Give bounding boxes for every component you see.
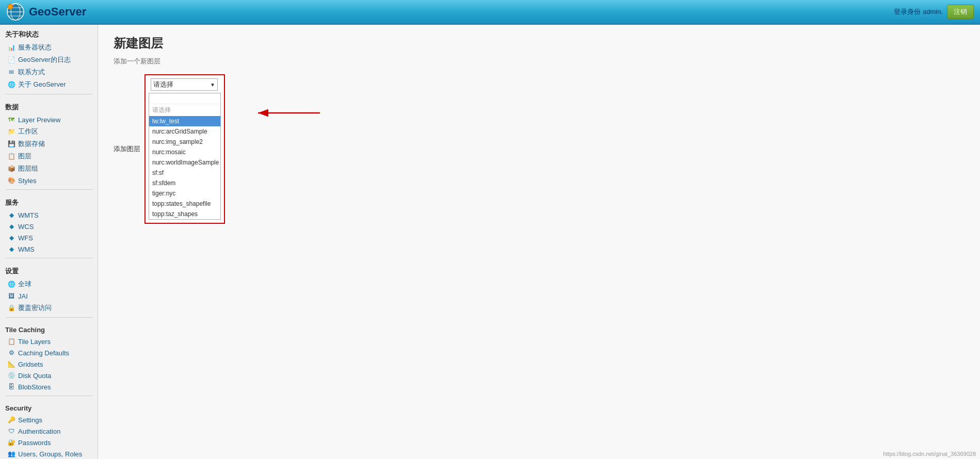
disk-icon: 💿 [7, 371, 15, 380]
divider-1 [5, 94, 92, 94]
sidebar-item-datastores[interactable]: 💾 数据存储 [0, 138, 98, 150]
global-icon: 🌐 [7, 280, 15, 288]
sidebar-item-layers[interactable]: 📋 图层 [0, 150, 98, 162]
arrow-svg [253, 103, 325, 123]
image-icon: 🖼 [7, 292, 15, 300]
sidebar-section-security: Security [0, 399, 98, 414]
dropdown-arrow-icon: ▼ [210, 82, 215, 88]
user-info-label: 登录身份 admin. [894, 7, 943, 17]
dropdown-item-5[interactable]: sf:sf [149, 168, 220, 178]
dropdown-item-2[interactable]: nurc:img_sample2 [149, 137, 220, 147]
geoserver-logo-icon [6, 3, 25, 21]
dropdown-item-0[interactable]: lw:lw_test [149, 116, 220, 126]
divider-4 [5, 317, 92, 318]
wmts-icon: ◆ [7, 211, 15, 219]
url-bar: https://blog.csdn.net/ginai_36369028 [879, 449, 980, 459]
sidebar-item-layer-preview[interactable]: 🗺 Layer Preview [0, 114, 98, 125]
sidebar-item-styles[interactable]: 🎨 Styles [0, 175, 98, 186]
page-subtitle: 添加一个新图层 [114, 57, 965, 66]
dropdown-item-6[interactable]: sf:sfdem [149, 178, 220, 188]
workspace-dropdown-trigger[interactable]: 请选择 ▼ [151, 78, 218, 91]
shield-icon: 🛡 [7, 427, 15, 435]
sidebar-item-about[interactable]: 🌐 关于 GeoServer [0, 78, 98, 91]
sidebar-section-services: 服务 [0, 193, 98, 209]
sidebar-section-tile-caching: Tile Caching [0, 321, 98, 336]
doc-icon: 📄 [7, 56, 15, 64]
dropdown-item-8[interactable]: topp:states_shapefile [149, 199, 220, 209]
sidebar-section-data: 数据 [0, 97, 98, 114]
users-icon: 👥 [7, 450, 15, 458]
dropdown-search-input[interactable] [149, 93, 220, 104]
arrow-annotation [253, 103, 325, 125]
layers-icon: 📋 [7, 152, 15, 160]
dropdown-placeholder-item[interactable]: 请选择 [149, 104, 220, 116]
globe-icon: 🌐 [7, 80, 15, 89]
sidebar-item-geoserver-log[interactable]: 📄 GeoServer的日志 [0, 54, 98, 66]
header: GeoServer 登录身份 admin. 注销 [0, 0, 980, 25]
password-icon: 🔐 [7, 438, 15, 447]
dropdown-item-3[interactable]: nurc:mosaic [149, 147, 220, 157]
sidebar-item-coverage-access[interactable]: 🔒 覆盖密访问 [0, 302, 98, 314]
envelope-icon: ✉ [7, 68, 15, 76]
dropdown-item-4[interactable]: nurc:worldImageSample [149, 157, 220, 168]
sidebar-item-security-settings[interactable]: 🔑 Settings [0, 414, 98, 425]
sidebar-item-tile-layers[interactable]: 📋 Tile Layers [0, 336, 98, 347]
sidebar-item-blobstores[interactable]: 🗄 BlobStores [0, 381, 98, 392]
wfs-icon: ◆ [7, 234, 15, 242]
gridsets-icon: 📐 [7, 360, 15, 368]
folder-icon: 📁 [7, 127, 15, 136]
dropdown-list: 请选择 lw:lw_test nurc:arcGridSample nurc:i… [149, 93, 221, 220]
select-wrapper: 请选择 ▼ [149, 78, 221, 91]
wcs-icon: ◆ [7, 222, 15, 231]
add-layer-label: 添加图层 [114, 144, 140, 154]
sidebar-item-disk-quota[interactable]: 💿 Disk Quota [0, 370, 98, 381]
sidebar-item-wmts[interactable]: ◆ WMTS [0, 209, 98, 221]
db-icon: 💾 [7, 140, 15, 148]
sidebar-section-about: 关于和状态 [0, 25, 98, 41]
layout: 关于和状态 📊 服务器状态 📄 GeoServer的日志 ✉ 联系方式 🌐 关于… [0, 25, 980, 459]
dropdown-item-1[interactable]: nurc:arcGridSample [149, 126, 220, 137]
sidebar-item-contact[interactable]: ✉ 联系方式 [0, 66, 98, 78]
dropdown-item-9[interactable]: topp:taz_shapes [149, 209, 220, 219]
logo-text: GeoServer [29, 5, 86, 19]
add-layer-row: 添加图层 请选择 ▼ 请选择 lw:lw_test [114, 74, 225, 224]
sidebar-item-caching-defaults[interactable]: ⚙ Caching Defaults [0, 347, 98, 358]
layers-group-icon: 📦 [7, 165, 15, 173]
map-icon: 🗺 [7, 116, 15, 124]
caching-icon: ⚙ [7, 349, 15, 357]
sidebar-item-gridsets[interactable]: 📐 Gridsets [0, 358, 98, 370]
sidebar-item-users-groups-roles[interactable]: 👥 Users, Groups, Roles [0, 448, 98, 459]
svg-point-5 [8, 4, 13, 9]
sidebar-item-authentication[interactable]: 🛡 Authentication [0, 425, 98, 437]
main-content: 新建图层 添加一个新图层 添加图层 请选择 ▼ [98, 25, 980, 459]
sidebar-item-layergroups[interactable]: 📦 图层组 [0, 162, 98, 175]
divider-5 [5, 396, 92, 396]
dropdown-box: 请选择 ▼ 请选择 lw:lw_test nurc:arcGridSample … [144, 74, 225, 224]
page-title: 新建图层 [114, 35, 965, 52]
logo-area: GeoServer [6, 3, 86, 21]
sidebar-item-wfs[interactable]: ◆ WFS [0, 232, 98, 243]
url-text: https://blog.csdn.net/ginai_36369028 [883, 451, 976, 457]
sidebar-item-server-status[interactable]: 📊 服务器状态 [0, 41, 98, 54]
logout-button[interactable]: 注销 [947, 5, 974, 19]
chart-icon: 📊 [7, 43, 15, 52]
selected-value: 请选择 [153, 80, 173, 89]
key-icon: 🔑 [7, 416, 15, 424]
sidebar-item-global[interactable]: 🌐 全球 [0, 278, 98, 290]
dropdown-item-7[interactable]: tiger:nyc [149, 188, 220, 199]
blob-icon: 🗄 [7, 383, 15, 391]
divider-2 [5, 189, 92, 190]
lock-icon: 🔒 [7, 304, 15, 312]
sidebar-item-wms[interactable]: ◆ WMS [0, 243, 98, 255]
wms-icon: ◆ [7, 245, 15, 253]
palette-icon: 🎨 [7, 176, 15, 185]
sidebar-item-workspaces[interactable]: 📁 工作区 [0, 125, 98, 138]
sidebar-section-settings: 设置 [0, 261, 98, 278]
divider-3 [5, 258, 92, 258]
sidebar-item-jai[interactable]: 🖼 JAI [0, 290, 98, 302]
sidebar: 关于和状态 📊 服务器状态 📄 GeoServer的日志 ✉ 联系方式 🌐 关于… [0, 25, 98, 459]
tile-layers-icon: 📋 [7, 337, 15, 346]
add-layer-container: 添加图层 请选择 ▼ 请选择 lw:lw_test [114, 74, 225, 224]
sidebar-item-passwords[interactable]: 🔐 Passwords [0, 437, 98, 448]
sidebar-item-wcs[interactable]: ◆ WCS [0, 221, 98, 232]
